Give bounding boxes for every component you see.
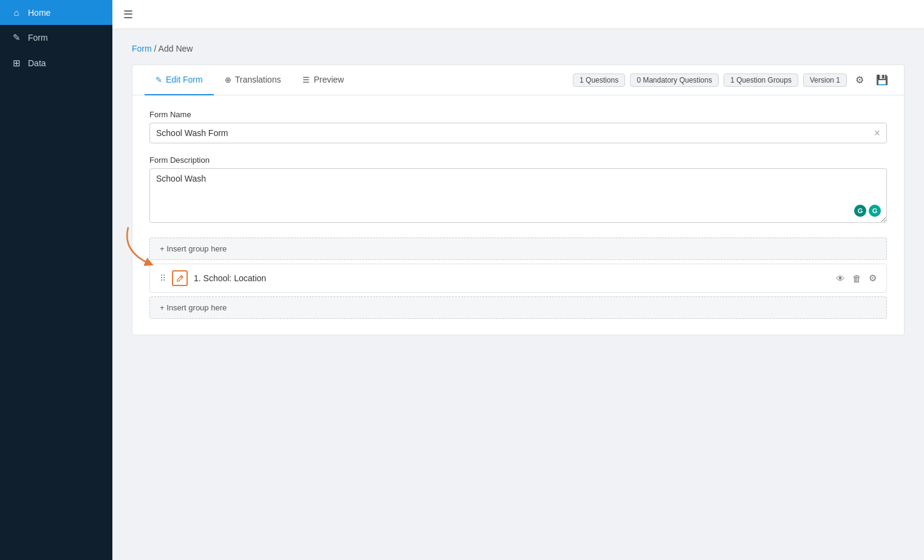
tab-translations[interactable]: ⊕ Translations: [214, 65, 292, 95]
sidebar-item-data[interactable]: ⊞ Data: [0, 50, 112, 76]
sidebar-item-form[interactable]: ✎ Form: [0, 25, 112, 50]
tab-translations-label: Translations: [235, 75, 281, 84]
breadcrumb: Form / Add New: [132, 44, 905, 53]
main-content: ☰ Form / Add New ✎ Edit Form ⊕ Translati…: [112, 0, 924, 560]
grammarly-icon-1[interactable]: G: [854, 205, 866, 217]
groups-badge: 1 Question Groups: [724, 73, 798, 87]
translations-tab-icon: ⊕: [225, 75, 231, 84]
form-description-textarea-wrap: School Wash G G: [149, 168, 887, 225]
grammarly-icon-2[interactable]: G: [869, 205, 881, 217]
group-row-wrapper: ⠿ 1. School: Location 👁 🗑 ⚙: [149, 264, 887, 293]
edit-group-button[interactable]: [172, 270, 188, 286]
mandatory-badge: 0 Mandatory Questions: [630, 73, 719, 87]
sidebar-item-form-label: Form: [28, 33, 48, 43]
sidebar-item-data-label: Data: [28, 58, 46, 68]
group-row-1: ⠿ 1. School: Location 👁 🗑 ⚙: [149, 264, 887, 293]
group-actions-1: 👁 🗑 ⚙: [836, 273, 877, 284]
hamburger-icon[interactable]: ☰: [123, 8, 133, 21]
form-name-clear-icon[interactable]: ✕: [874, 128, 881, 138]
sidebar: ⌂ Home ✎ Form ⊞ Data: [0, 0, 112, 560]
form-icon: ✎: [11, 32, 22, 43]
preview-tab-icon: ☰: [303, 75, 310, 84]
insert-group-top-label: + Insert group here: [160, 244, 227, 253]
form-name-group: Form Name ✕: [149, 110, 887, 143]
tab-actions: 1 Questions 0 Mandatory Questions 1 Ques…: [573, 72, 892, 88]
edit-form-tab-icon: ✎: [156, 75, 162, 84]
tab-preview[interactable]: ☰ Preview: [292, 65, 355, 95]
form-name-label: Form Name: [149, 110, 887, 119]
insert-group-bottom[interactable]: + Insert group here: [149, 296, 887, 319]
topbar: ☰: [112, 0, 924, 29]
form-body: Form Name ✕ Form Description School Wash…: [132, 95, 904, 225]
edit-pencil-icon: [176, 275, 184, 282]
version-badge: Version 1: [803, 73, 847, 87]
group-eye-button[interactable]: 👁: [836, 273, 845, 284]
data-icon: ⊞: [11, 58, 22, 69]
form-description-label: Form Description: [149, 155, 887, 165]
form-card: ✎ Edit Form ⊕ Translations ☰ Preview 1 Q…: [132, 64, 905, 335]
breadcrumb-link[interactable]: Form: [132, 44, 152, 53]
questions-badge: 1 Questions: [573, 73, 625, 87]
form-description-input[interactable]: School Wash: [149, 168, 887, 223]
tabs-bar: ✎ Edit Form ⊕ Translations ☰ Preview 1 Q…: [132, 65, 904, 95]
content-area: Form / Add New ✎ Edit Form ⊕ Translation…: [112, 29, 924, 560]
save-button[interactable]: 💾: [872, 72, 892, 88]
groups-area: + Insert group here: [149, 237, 887, 319]
insert-group-bottom-label: + Insert group here: [160, 303, 227, 312]
tab-preview-label: Preview: [313, 75, 344, 84]
breadcrumb-current: Add New: [159, 44, 193, 53]
form-name-input[interactable]: [149, 123, 887, 143]
group-name-1: 1. School: Location: [194, 273, 830, 283]
form-description-group: Form Description School Wash G G: [149, 155, 887, 225]
drag-handle-icon[interactable]: ⠿: [160, 273, 166, 283]
breadcrumb-separator: /: [154, 44, 157, 53]
tab-edit-form[interactable]: ✎ Edit Form: [145, 65, 214, 95]
settings-button[interactable]: ⚙: [852, 72, 868, 88]
textarea-icons: G G: [854, 205, 881, 217]
insert-group-top[interactable]: + Insert group here: [149, 237, 887, 260]
tab-edit-form-label: Edit Form: [166, 75, 203, 84]
home-icon: ⌂: [11, 7, 22, 18]
sidebar-item-home-label: Home: [28, 8, 50, 18]
sidebar-item-home[interactable]: ⌂ Home: [0, 0, 112, 25]
group-settings-button[interactable]: ⚙: [869, 273, 877, 284]
group-delete-button[interactable]: 🗑: [852, 273, 861, 284]
form-name-input-wrap: ✕: [149, 123, 887, 143]
